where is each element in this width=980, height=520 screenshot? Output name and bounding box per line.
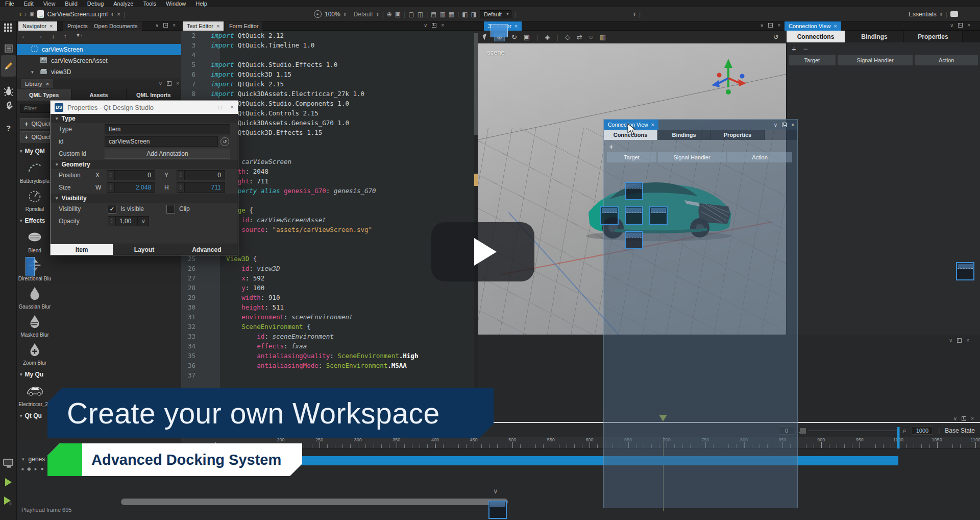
x-stepper[interactable]: ˄˅ <box>107 170 114 180</box>
code-line[interactable]: 28 y: 100 <box>181 284 478 294</box>
video-play-button[interactable] <box>431 222 534 281</box>
code-line[interactable]: 33 id: sceneEnvironment <box>181 333 478 342</box>
tab-properties[interactable]: Properties <box>904 31 963 42</box>
code-line[interactable]: 37 <box>181 371 478 381</box>
section-visibility[interactable]: ▾Visibility <box>51 194 238 203</box>
document-title[interactable]: CarViewScreen.ui.qml <box>47 11 108 18</box>
back-icon[interactable]: ‹ <box>19 11 21 18</box>
edit-shape-icon[interactable]: ◨ <box>471 11 477 18</box>
tab-connection-view[interactable]: Connection View× <box>785 21 841 31</box>
timeline-horizontal-scrollbar[interactable] <box>121 499 508 505</box>
tab-properties[interactable]: Properties <box>711 130 765 140</box>
apps-grid-icon[interactable] <box>0 23 17 32</box>
menu-help[interactable]: Help <box>195 1 207 7</box>
list-view-icon[interactable]: ▤ <box>431 11 436 18</box>
chevron-down-icon[interactable]: ▾ <box>22 457 24 462</box>
clip-checkbox[interactable]: ✓ <box>166 205 175 214</box>
axis-gizmo[interactable] <box>710 58 746 101</box>
dock-indicator-top[interactable] <box>625 182 643 200</box>
tab-form-editor[interactable]: Form Editor <box>225 21 262 31</box>
close-document-icon[interactable]: × <box>117 11 120 18</box>
library-section-header[interactable]: ▾My Qu <box>17 370 69 379</box>
reset-id-icon[interactable]: ↺ <box>220 137 229 146</box>
menu-build[interactable]: Build <box>65 1 77 7</box>
code-line[interactable]: 8import Quick3DAssets.Electriccar_27k 1.… <box>181 90 478 100</box>
timeline-pane-controls[interactable]: ∨× <box>953 416 974 421</box>
library-item-Blend[interactable]: Blend <box>17 225 53 253</box>
rotate-tool-icon[interactable]: ↻ <box>511 33 517 41</box>
navigator-pane-controls[interactable]: ∨× <box>155 22 176 28</box>
end-frame-value[interactable]: 1000 <box>912 427 933 435</box>
w-stepper[interactable]: ˄˅ <box>107 182 114 193</box>
maximize-icon[interactable]: □ <box>218 104 222 111</box>
style-selector[interactable]: Default <box>354 11 373 18</box>
opacity-dropdown[interactable]: ∨ <box>138 216 149 226</box>
debug-run-button[interactable] <box>0 497 17 506</box>
grid-layout-icon[interactable]: ▦ <box>449 11 454 18</box>
right-pane-controls[interactable]: ∨× <box>950 22 970 28</box>
track-name[interactable]: genes <box>29 456 45 463</box>
code-line[interactable]: 34 effects: fxaa <box>181 342 478 352</box>
grid-toggle-icon[interactable]: ▦ <box>600 33 606 41</box>
code-line[interactable]: 36 antialiasingMode: SceneEnvironment.MS… <box>181 362 478 371</box>
dock-area-controls[interactable]: ∨× <box>949 338 969 343</box>
floating-connection-view-panel[interactable]: Connection View× ∨× ConnectionsBindingsP… <box>603 119 798 508</box>
library-item-Electriccar_27[interactable]: Electriccar_27 <box>17 379 53 407</box>
light-icon[interactable]: ○ <box>589 33 593 41</box>
timeline-track-bar[interactable] <box>300 456 898 465</box>
close-icon[interactable]: × <box>216 23 219 29</box>
menu-analyze[interactable]: Analyze <box>113 1 133 7</box>
type-field[interactable]: Item <box>105 124 230 134</box>
tab-connections[interactable]: Connections <box>787 31 845 42</box>
library-pane-controls[interactable]: ∨× <box>159 81 179 86</box>
close-pane-icon[interactable]: × <box>791 122 794 128</box>
row-layout-icon[interactable]: ▥ <box>439 11 445 18</box>
column-target[interactable]: Target <box>607 152 656 162</box>
menu-window[interactable]: Window <box>166 1 186 7</box>
move-right-icon[interactable]: → <box>36 32 43 40</box>
library-item-Directional Blu[interactable]: Directional Blu <box>17 253 53 281</box>
library-item-Gaussian Blur[interactable]: Gaussian Blur <box>17 281 53 310</box>
y-stepper[interactable]: ˄˅ <box>177 170 184 180</box>
tab-text-editor[interactable]: Text Editor× <box>183 21 224 31</box>
forward-icon[interactable]: › <box>24 11 27 18</box>
close-dialog-icon[interactable]: × <box>230 104 234 111</box>
state-selector[interactable]: Base State <box>945 427 975 434</box>
h-field[interactable]: 711 <box>184 182 225 193</box>
feedback-icon[interactable] <box>950 11 958 17</box>
tab-open-documents[interactable]: Open Documents <box>90 21 142 31</box>
add-annotation-button[interactable]: Add Annotation <box>105 149 230 159</box>
kit-selector-icon[interactable] <box>0 459 17 469</box>
document-switch-spinner[interactable]: ▲▼ <box>111 12 114 16</box>
anchor-fill-icon[interactable]: ◫ <box>418 11 423 18</box>
menu-debug[interactable]: Debug <box>87 1 104 7</box>
column-signal-handler[interactable]: Signal Handler <box>658 152 726 162</box>
column-target[interactable]: Target <box>789 55 836 65</box>
code-line[interactable]: 35 antialiasingQuality: SceneEnvironment… <box>181 352 478 362</box>
tab-assets[interactable]: Assets <box>71 89 126 101</box>
tab-library[interactable]: Library× <box>21 79 53 88</box>
close-icon[interactable]: × <box>46 81 49 87</box>
debug-mode-icon[interactable] <box>0 86 17 96</box>
section-geometry[interactable]: ▾Geometry <box>51 160 238 169</box>
code-line[interactable]: 4 <box>181 51 478 61</box>
anchor-icon[interactable]: ▢ <box>408 11 414 18</box>
remove-connection-button[interactable]: − <box>803 44 808 53</box>
properties-dialog[interactable]: DS Properties - Qt Design Studio □× ▾Typ… <box>50 100 238 255</box>
navigator-item-carViewScreen[interactable]: carViewScreen <box>17 44 181 55</box>
filter-icon[interactable]: ▼· <box>76 32 82 40</box>
library-item-Masked Blur[interactable]: Masked Blur <box>17 310 53 338</box>
navigator-item-view3D[interactable]: ▾view3D <box>17 66 181 78</box>
slider-handle[interactable] <box>800 428 806 434</box>
chevron-down-icon[interactable]: ∨ <box>774 122 777 128</box>
code-line[interactable]: 5import QtQuick.Studio.Effects 1.0 <box>181 61 478 70</box>
dock-indicator-center[interactable] <box>625 206 643 225</box>
tab-advanced[interactable]: Advanced <box>176 244 238 255</box>
menu-view[interactable]: View <box>43 1 56 7</box>
add-connection-button[interactable]: + <box>792 44 796 53</box>
tree-caret[interactable]: ▾ <box>31 69 36 75</box>
style-spinner[interactable]: ▲▼ <box>376 12 379 16</box>
orientation-icon[interactable]: ⇄ <box>577 33 582 41</box>
dock-indicator-right[interactable] <box>649 206 668 225</box>
selection-frame-icon[interactable]: ▣ <box>395 11 401 18</box>
